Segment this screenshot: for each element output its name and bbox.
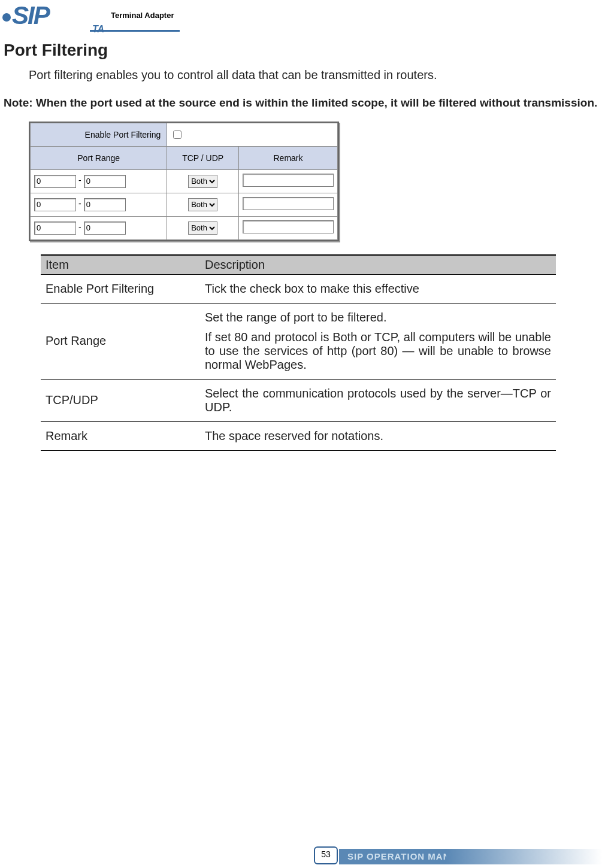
protocol-select[interactable]: Both: [188, 175, 217, 188]
port-from-input[interactable]: [34, 221, 76, 235]
desc-row: Port RangeSet the range of port to be fi…: [41, 303, 556, 379]
col-tcpudp: TCP / UDP: [167, 146, 239, 169]
desc-row: RemarkThe space reserved for notations.: [41, 421, 556, 450]
range-dash: -: [78, 222, 81, 232]
logo-text: SIP: [12, 1, 49, 30]
footer-fade: [446, 849, 602, 864]
logo-subtext: TA: [92, 24, 104, 35]
col-remark: Remark: [239, 146, 338, 169]
config-screenshot: Enable Port Filtering Port Range TCP / U…: [29, 122, 339, 241]
product-line-label: Terminal Adapter: [111, 11, 174, 20]
logo-block: SIP TA Terminal Adapter: [0, 0, 180, 32]
page-title: Port Filtering: [4, 41, 598, 60]
desc-head-description: Description: [200, 255, 556, 275]
enable-port-filtering-checkbox[interactable]: [173, 130, 181, 139]
port-from-input[interactable]: [34, 198, 76, 211]
port-filter-row: -Both: [31, 216, 338, 239]
port-to-input[interactable]: [84, 221, 126, 235]
remark-input[interactable]: [243, 174, 334, 187]
footer-bar: SIP OPERATION MANUAL: [339, 849, 602, 864]
remark-input[interactable]: [243, 197, 334, 210]
desc-text: Set the range of port to be filtered.If …: [200, 303, 556, 379]
desc-item: Enable Port Filtering: [41, 274, 200, 303]
port-to-input[interactable]: [84, 175, 126, 188]
desc-head-item: Item: [41, 255, 200, 275]
enable-port-filtering-label: Enable Port Filtering: [31, 123, 167, 146]
page-footer: 53 SIP OPERATION MANUAL: [0, 842, 602, 864]
range-dash: -: [78, 175, 81, 185]
logo-dot-icon: [2, 13, 11, 22]
desc-row: TCP/UDPSelect the communication protocol…: [41, 379, 556, 421]
desc-row: Enable Port FilteringTick the check box …: [41, 274, 556, 303]
protocol-select[interactable]: Both: [188, 221, 217, 235]
col-port-range: Port Range: [31, 146, 167, 169]
page-number-badge: 53: [314, 846, 338, 864]
description-table: Item Description Enable Port FilteringTi…: [41, 254, 556, 451]
desc-item: TCP/UDP: [41, 379, 200, 421]
desc-text: Tick the check box to make this effectiv…: [200, 274, 556, 303]
desc-item: Remark: [41, 421, 200, 450]
note-text: Note: When the port used at the source e…: [4, 95, 598, 111]
port-filter-row: -Both: [31, 169, 338, 193]
range-dash: -: [78, 199, 81, 208]
port-from-input[interactable]: [34, 175, 76, 188]
desc-text: The space reserved for notations.: [200, 421, 556, 450]
desc-item: Port Range: [41, 303, 200, 379]
intro-text: Port filtering enables you to control al…: [29, 68, 598, 82]
protocol-select[interactable]: Both: [188, 198, 217, 211]
desc-text: Select the communication protocols used …: [200, 379, 556, 421]
remark-input[interactable]: [243, 220, 334, 233]
port-to-input[interactable]: [84, 198, 126, 211]
port-filter-row: -Both: [31, 193, 338, 216]
